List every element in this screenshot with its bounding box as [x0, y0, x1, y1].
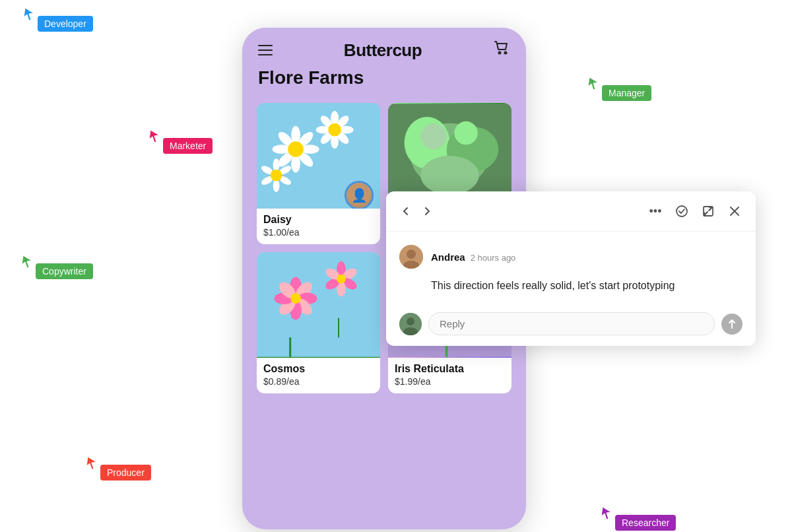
cart-icon[interactable]	[493, 40, 510, 61]
svg-point-18	[331, 135, 339, 149]
svg-point-65	[676, 206, 687, 216]
reply-send-button[interactable]	[721, 314, 742, 335]
svg-point-8	[291, 154, 300, 173]
next-comment-button[interactable]	[418, 202, 436, 220]
svg-point-27	[273, 179, 280, 192]
product-name-cosmos: Cosmos	[263, 363, 374, 375]
cursor-badge-manager: Manager	[587, 76, 651, 101]
svg-point-37	[454, 121, 477, 145]
hamburger-menu-button[interactable]	[258, 45, 273, 55]
svg-point-20	[316, 126, 331, 134]
more-options-button[interactable]: •••	[645, 201, 666, 222]
comment-navigation	[397, 202, 436, 220]
cursor-badge-marketer: Marketer	[148, 129, 213, 154]
reply-input[interactable]	[428, 312, 715, 335]
product-name-iris: Iris Reticulata	[395, 363, 505, 375]
comment-body: Andrea 2 hours ago This direction feels …	[386, 232, 756, 304]
svg-rect-57	[338, 318, 339, 338]
comment-author-row: Andrea 2 hours ago	[399, 245, 742, 269]
comment-panel: •••	[386, 191, 756, 346]
manager-cursor-arrow	[587, 76, 601, 90]
cursor-badge-researcher: Researcher	[601, 506, 676, 531]
product-price-daisy: $1.00/ea	[263, 227, 374, 238]
store-name: Flore Farms	[242, 67, 526, 99]
svg-point-75	[407, 317, 414, 325]
product-price-cosmos: $0.89/ea	[263, 376, 374, 387]
product-card-cosmos[interactable]: Cosmos $0.89/ea	[257, 252, 380, 393]
marketer-cursor-arrow	[148, 129, 162, 143]
svg-point-10	[273, 145, 291, 154]
svg-point-55	[337, 275, 346, 284]
svg-point-1	[505, 52, 507, 54]
svg-point-0	[499, 52, 501, 54]
producer-cursor-arrow	[86, 455, 99, 470]
product-price-iris: $1.99/ea	[395, 376, 505, 387]
cursor-badge-producer: Producer	[86, 455, 151, 481]
svg-point-6	[301, 145, 319, 154]
svg-rect-38	[257, 253, 380, 356]
author-name: Andrea	[431, 251, 465, 263]
product-image-daisy: 👤	[257, 103, 380, 209]
product-image-cosmos	[257, 252, 380, 358]
developer-cursor-arrow	[23, 7, 36, 21]
svg-point-48	[290, 293, 301, 304]
svg-point-22	[328, 123, 341, 137]
reply-row	[386, 304, 756, 346]
copywriter-cursor-label: Copywriter	[36, 263, 93, 279]
copywriter-cursor-arrow	[21, 254, 34, 269]
svg-point-36	[420, 123, 446, 149]
marketer-cursor-label: Marketer	[163, 138, 213, 154]
author-avatar	[399, 245, 423, 269]
researcher-cursor-label: Researcher	[615, 515, 676, 531]
user-avatar-on-card: 👤	[345, 181, 374, 209]
app-title: Buttercup	[344, 40, 422, 61]
researcher-cursor-arrow	[601, 506, 614, 520]
product-name-daisy: Daisy	[263, 214, 374, 226]
resolve-button[interactable]	[671, 201, 692, 222]
svg-point-30	[271, 170, 282, 182]
svg-rect-56	[289, 337, 291, 357]
cursor-badge-copywriter: Copywriter	[21, 254, 93, 279]
svg-point-4	[291, 126, 300, 145]
cursor-badge-developer: Developer	[23, 7, 93, 32]
svg-point-72	[407, 249, 416, 259]
developer-cursor-label: Developer	[38, 16, 93, 32]
author-info: Andrea 2 hours ago	[431, 251, 515, 263]
svg-point-16	[339, 126, 354, 134]
prev-comment-button[interactable]	[397, 202, 415, 220]
close-button[interactable]	[724, 201, 745, 222]
expand-button[interactable]	[698, 201, 719, 222]
comment-toolbar: •••	[386, 191, 756, 232]
product-card-daisy[interactable]: 👤 Daisy $1.00/ea	[257, 103, 380, 244]
comment-text: This direction feels really solid, let's…	[431, 278, 742, 294]
svg-point-35	[420, 156, 479, 195]
producer-cursor-label: Producer	[100, 465, 151, 481]
comment-time: 2 hours ago	[471, 253, 516, 263]
reply-user-avatar	[399, 313, 422, 335]
svg-point-14	[331, 111, 339, 125]
manager-cursor-label: Manager	[602, 85, 651, 101]
svg-point-12	[288, 141, 304, 157]
